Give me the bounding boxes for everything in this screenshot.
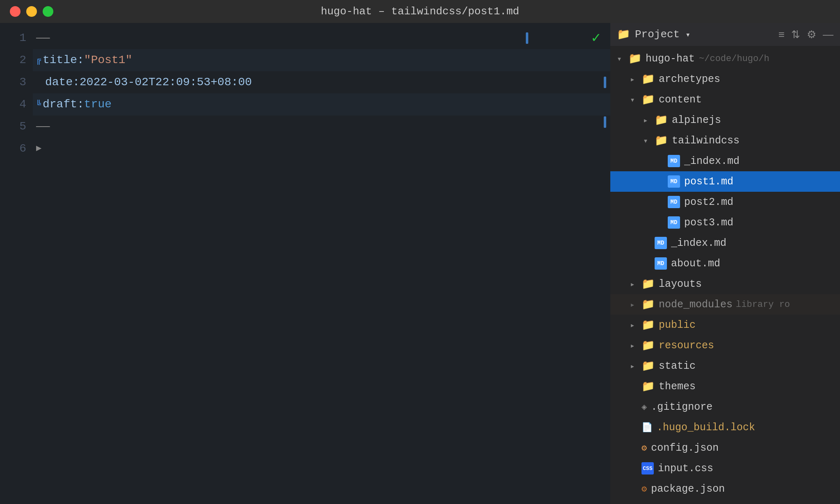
colon-3: : — [77, 93, 84, 116]
sidebar-item-alpinejs[interactable]: 📁 alpinejs — [610, 110, 840, 130]
code-area[interactable]: —— ╔ title: "Post1" date: 2022-03-02T22:… — [33, 27, 610, 504]
sidebar-item-node-modules[interactable]: 📁 node_modules library ro — [610, 294, 840, 315]
sidebar-item-tailwindcss[interactable]: 📁 tailwindcss — [610, 130, 840, 151]
sidebar-item-gitignore[interactable]: ◈ .gitignore — [610, 397, 840, 417]
gutter-indicator-1 — [526, 32, 528, 44]
colon-2: : — [73, 71, 80, 93]
post2-label: post2.md — [684, 196, 733, 208]
sidebar-item-about[interactable]: MD about.md — [610, 253, 840, 274]
themes-label: themes — [659, 381, 696, 393]
alpinejs-label: alpinejs — [672, 114, 721, 126]
folder-icon-alpinejs: 📁 — [655, 114, 668, 127]
sidebar: 📁 Project ▾ ≡ ⇅ ⚙ — 📁 hugo-hat ~/code/hu… — [610, 23, 840, 504]
sidebar-item-static[interactable]: 📁 static — [610, 356, 840, 376]
sidebar-expand-button[interactable]: ⇅ — [791, 28, 800, 41]
resources-label: resources — [659, 340, 714, 352]
fold-bracket-open: ╔ — [36, 49, 41, 71]
frontmatter-open: —— — [36, 27, 50, 49]
code-line-1: —— — [33, 27, 610, 49]
content-index-label: _index.md — [671, 237, 726, 249]
sidebar-close-button[interactable]: — — [823, 28, 833, 41]
tailwindcss-index-label: _index.md — [684, 155, 740, 167]
code-line-4: ╚ draft: true — [33, 93, 610, 116]
sidebar-item-layouts[interactable]: 📁 layouts — [610, 274, 840, 294]
code-line-5: —— — [33, 116, 610, 138]
arrow-resources — [630, 341, 638, 351]
titlebar: hugo-hat – tailwindcss/post1.md — [0, 0, 840, 23]
sidebar-item-content-index[interactable]: MD _index.md — [610, 233, 840, 253]
folder-icon-static: 📁 — [641, 359, 655, 372]
node-modules-extra: library ro — [736, 300, 790, 310]
sidebar-item-package-json[interactable]: ⚙ package.json — [610, 479, 840, 499]
project-dropdown-arrow[interactable]: ▾ — [685, 30, 690, 40]
folder-icon-content: 📁 — [641, 93, 655, 106]
arrow-hugo-hat — [617, 54, 625, 64]
fold-arrow[interactable]: ▶ — [36, 138, 41, 160]
input-css-label: input.css — [658, 463, 713, 474]
md-icon-content-index: MD — [655, 237, 667, 249]
arrow-alpinejs — [643, 115, 651, 125]
md-icon-tailwindcss-index: MD — [668, 155, 680, 167]
sidebar-toolbar: ≡ ⇅ ⚙ — — [778, 28, 833, 41]
sidebar-item-themes[interactable]: 📁 themes — [610, 376, 840, 397]
sidebar-item-hugo-hat-root[interactable]: 📁 hugo-hat ~/code/hugo/h — [610, 48, 840, 69]
editor-content: 1 2 3 4 5 6 —— ╔ title: "Post1" — [0, 23, 610, 504]
arrow-public — [630, 320, 638, 330]
main-layout: 1 2 3 4 5 6 —— ╔ title: "Post1" — [0, 23, 840, 504]
layouts-label: layouts — [659, 278, 702, 290]
package-json-label: package.json — [651, 483, 725, 495]
folder-icon-tailwindcss: 📁 — [655, 134, 668, 147]
fold-bracket-close: ╚ — [36, 93, 41, 116]
line-number-3: 3 — [0, 71, 26, 93]
minimize-button[interactable] — [26, 6, 37, 17]
sidebar-item-content[interactable]: 📁 content — [610, 89, 840, 110]
project-label: Project — [635, 28, 680, 41]
file-tree[interactable]: 📁 hugo-hat ~/code/hugo/h 📁 archetypes 📁 … — [610, 46, 840, 504]
project-icon: 📁 — [617, 28, 630, 41]
sidebar-item-hugo-build-lock[interactable]: 📄 .hugo_build.lock — [610, 417, 840, 438]
sidebar-item-post3[interactable]: MD post3.md — [610, 212, 840, 233]
hugo-build-lock-label: .hugo_build.lock — [657, 422, 755, 434]
folder-icon-archetypes: 📁 — [641, 73, 655, 86]
sidebar-item-archetypes[interactable]: 📁 archetypes — [610, 69, 840, 89]
folder-icon-layouts: 📁 — [641, 277, 655, 291]
sidebar-settings-button[interactable]: ⚙ — [807, 28, 816, 41]
css-icon: CSS — [641, 462, 654, 474]
sidebar-item-tailwindcss-index[interactable]: MD _index.md — [610, 151, 840, 171]
window-controls — [10, 6, 53, 17]
maximize-button[interactable] — [43, 6, 53, 17]
sidebar-header: 📁 Project ▾ ≡ ⇅ ⚙ — — [610, 23, 840, 46]
sidebar-item-input-css[interactable]: CSS input.css — [610, 458, 840, 479]
arrow-tailwindcss — [643, 136, 651, 146]
arrow-archetypes — [630, 74, 638, 84]
folder-icon-themes: 📁 — [641, 380, 655, 393]
node-modules-label: node_modules — [659, 299, 733, 311]
close-button[interactable] — [10, 6, 21, 17]
line-number-6: 6 — [0, 138, 26, 160]
sidebar-item-post1[interactable]: MD post1.md — [610, 171, 840, 192]
editor-checkmark: ✓ — [591, 29, 600, 47]
sidebar-item-public[interactable]: 📁 public — [610, 315, 840, 335]
folder-icon-public: 📁 — [641, 318, 655, 331]
line-number-1: 1 — [0, 27, 26, 49]
draft-value: true — [84, 93, 112, 116]
gitignore-label: .gitignore — [651, 401, 712, 413]
sidebar-item-config-json[interactable]: ⚙ config.json — [610, 438, 840, 458]
editor-panel[interactable]: 1 2 3 4 5 6 —— ╔ title: "Post1" — [0, 23, 610, 504]
arrow-layouts — [630, 279, 638, 289]
line-number-2: 2 — [0, 49, 26, 71]
lock-icon: 📄 — [641, 422, 653, 433]
config-icon: ⚙ — [641, 443, 647, 454]
config-json-label: config.json — [651, 442, 719, 454]
colon-1: : — [77, 49, 84, 71]
sidebar-item-post2[interactable]: MD post2.md — [610, 192, 840, 212]
window-title: hugo-hat – tailwindcss/post1.md — [321, 5, 519, 18]
date-key: date — [45, 71, 73, 93]
md-icon-post1: MD — [668, 175, 680, 188]
folder-icon-hugo-hat: 📁 — [628, 52, 641, 65]
sidebar-filter-button[interactable]: ≡ — [778, 28, 785, 41]
sidebar-item-resources[interactable]: 📁 resources — [610, 335, 840, 356]
line-number-4: 4 — [0, 93, 26, 116]
date-value: 2022-03-02T22:09:53+08:00 — [80, 71, 252, 93]
line-numbers: 1 2 3 4 5 6 — [0, 27, 33, 504]
